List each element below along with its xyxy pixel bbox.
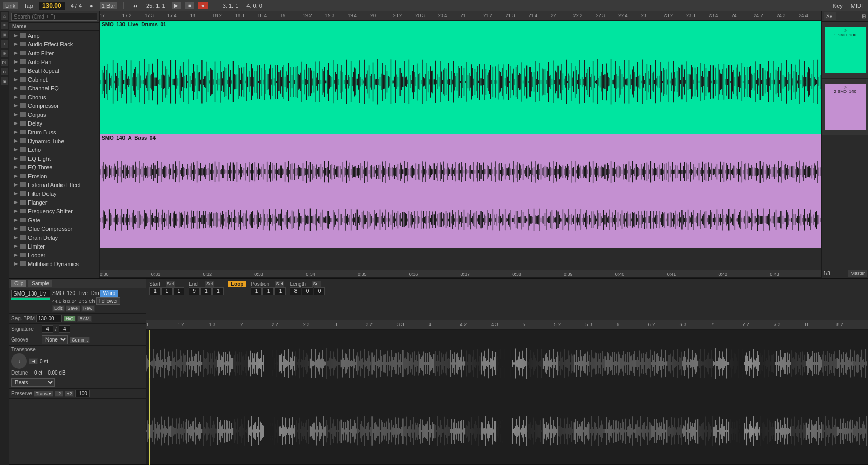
icon-btn-5[interactable]: ⊙ bbox=[1, 50, 8, 57]
device-label-14: EQ Eight bbox=[28, 156, 51, 162]
device-item-15[interactable]: ▶ EQ Three bbox=[9, 163, 99, 172]
record-btn[interactable]: ● bbox=[198, 2, 208, 9]
device-item-23[interactable]: ▶ Grain Delay bbox=[9, 233, 99, 242]
start-set-btn[interactable]: Set bbox=[166, 281, 175, 287]
transpose-knob[interactable]: ↕ bbox=[11, 353, 27, 369]
mini-play-2[interactable]: ▷ bbox=[844, 85, 847, 89]
len-input-3[interactable] bbox=[314, 287, 325, 295]
bpm-display[interactable]: 130.00 bbox=[39, 2, 65, 10]
device-item-25[interactable]: ▶ Looper bbox=[9, 251, 99, 259]
end-set-btn[interactable]: Set bbox=[205, 281, 214, 287]
device-item-0[interactable]: ▶ Amp bbox=[9, 31, 99, 40]
pos-input-2[interactable] bbox=[262, 287, 274, 295]
icon-btn-8[interactable]: ▣ bbox=[1, 78, 8, 85]
pitch-minus-btn[interactable]: -2 bbox=[55, 391, 63, 397]
beats-select[interactable]: Beats Complex Complex Pro Repitch Textur… bbox=[11, 378, 55, 387]
link-btn[interactable]: Link bbox=[3, 2, 18, 9]
device-item-6[interactable]: ▶ Channel EQ bbox=[9, 84, 99, 92]
device-item-7[interactable]: ▶ Chorus bbox=[9, 92, 99, 101]
device-item-26[interactable]: ▶ Multiband Dynamics bbox=[9, 259, 99, 268]
rev-btn[interactable]: Rev. bbox=[81, 305, 95, 312]
device-item-8[interactable]: ▶ Compressor bbox=[9, 101, 99, 110]
edit-btn[interactable]: Edit bbox=[52, 305, 65, 312]
sig-den-input[interactable] bbox=[59, 325, 70, 333]
clip-name-input[interactable] bbox=[11, 290, 50, 298]
clip-tab-btn[interactable]: Clip bbox=[11, 280, 26, 287]
clip-green-1[interactable]: SMO_130_Live_Drums_01 bbox=[100, 21, 822, 134]
loop-btn[interactable]: Loop bbox=[228, 281, 246, 287]
start-input-2[interactable] bbox=[161, 287, 173, 295]
position-set-btn[interactable]: Set bbox=[275, 281, 284, 287]
pos-input-1[interactable] bbox=[251, 287, 262, 295]
device-item-11[interactable]: ▶ Drum Buss bbox=[9, 128, 99, 136]
expand-icon[interactable]: ⊞ bbox=[862, 13, 866, 19]
device-item-18[interactable]: ▶ Filter Delay bbox=[9, 189, 99, 198]
pos-input-3[interactable] bbox=[274, 287, 286, 295]
device-item-9[interactable]: ▶ Corpus bbox=[9, 110, 99, 119]
icon-btn-2[interactable]: ≡ bbox=[1, 22, 8, 29]
end-input-3[interactable] bbox=[212, 287, 224, 295]
trans-btn[interactable]: Trans ▾ bbox=[34, 391, 53, 397]
search-input[interactable] bbox=[11, 13, 97, 21]
icon-btn-4[interactable]: ♪ bbox=[1, 40, 8, 48]
len-input-1[interactable] bbox=[290, 287, 301, 295]
save-btn[interactable]: Save bbox=[66, 305, 81, 312]
device-item-3[interactable]: ▶ Auto Pan bbox=[9, 57, 99, 66]
stop-btn[interactable]: ■ bbox=[185, 2, 194, 9]
key-label[interactable]: Key bbox=[831, 2, 845, 9]
gain-val: 0.00 dB bbox=[48, 370, 65, 376]
device-item-16[interactable]: ▶ Erosion bbox=[9, 172, 99, 180]
rewind-icon[interactable]: ⏮ bbox=[130, 2, 140, 9]
hiq-btn[interactable]: HiQ bbox=[64, 316, 76, 322]
sig-num-input[interactable] bbox=[42, 325, 53, 333]
icon-btn-1[interactable]: ⌂ bbox=[1, 12, 8, 20]
transpose-minus-btn[interactable]: ◄ bbox=[29, 358, 38, 364]
seg-bpm-input[interactable] bbox=[36, 315, 62, 322]
device-item-4[interactable]: ▶ Beat Repeat bbox=[9, 66, 99, 75]
groove-select[interactable]: None bbox=[42, 335, 68, 344]
tracks-area[interactable]: SMO_130_Live_Drums_01 bbox=[100, 21, 822, 270]
device-item-12[interactable]: ▶ Dynamic Tube bbox=[9, 136, 99, 145]
play-btn[interactable]: ▶ bbox=[172, 2, 181, 9]
commit-btn[interactable]: Commit bbox=[70, 337, 90, 343]
set-btn[interactable]: Set bbox=[824, 12, 836, 20]
mini-clip-1[interactable]: ▷ 1 SMO_130 bbox=[825, 27, 866, 73]
device-item-14[interactable]: ▶ EQ Eight bbox=[9, 154, 99, 163]
clip-purple-1[interactable]: SMO_140_A_Bass_04 bbox=[100, 134, 822, 248]
end-input-1[interactable] bbox=[189, 287, 200, 295]
midi-label[interactable]: MIDI bbox=[849, 2, 865, 9]
device-item-1[interactable]: ▶ Audio Effect Rack bbox=[9, 40, 99, 49]
warp-toggle-btn[interactable]: Warp bbox=[100, 290, 119, 297]
device-item-22[interactable]: ▶ Glue Compressor bbox=[9, 224, 99, 233]
device-item-20[interactable]: ▶ Frequency Shifter bbox=[9, 207, 99, 215]
bottom-wave-area[interactable] bbox=[146, 330, 868, 465]
device-item-19[interactable]: ▶ Flanger bbox=[9, 198, 99, 207]
sample-tab-btn[interactable]: Sample bbox=[28, 280, 52, 287]
follower-btn[interactable]: Follower bbox=[96, 297, 121, 305]
start-input-3[interactable] bbox=[173, 287, 184, 295]
master-btn[interactable]: Master bbox=[848, 270, 867, 277]
device-item-17[interactable]: ▶ External Audio Effect bbox=[9, 180, 99, 189]
tap-btn[interactable]: Tap bbox=[22, 2, 35, 9]
end-input-2[interactable] bbox=[200, 287, 212, 295]
wave-ruler-mark-3: 2 bbox=[240, 322, 243, 327]
length-set-btn[interactable]: Set bbox=[312, 281, 321, 287]
icon-btn-7[interactable]: C bbox=[1, 68, 8, 75]
icon-btn-3[interactable]: ⊞ bbox=[1, 31, 8, 38]
device-item-10[interactable]: ▶ Delay bbox=[9, 119, 99, 128]
clip-color-bar[interactable] bbox=[11, 298, 50, 300]
mini-play-1[interactable]: ▷ bbox=[844, 28, 847, 33]
len-input-2[interactable] bbox=[302, 287, 313, 295]
mini-clip-2[interactable]: ▷ 2 SMO_140 bbox=[825, 84, 866, 130]
device-item-2[interactable]: ▶ Auto Filter bbox=[9, 49, 99, 57]
device-item-5[interactable]: ▶ Cabinet bbox=[9, 75, 99, 84]
pct-input[interactable] bbox=[75, 390, 90, 397]
device-item-13[interactable]: ▶ Echo bbox=[9, 145, 99, 154]
pitch-plus-btn[interactable]: +2 bbox=[65, 391, 74, 397]
bar-setting[interactable]: 1 Bar bbox=[100, 2, 117, 9]
device-item-21[interactable]: ▶ Gate bbox=[9, 215, 99, 224]
start-input-1[interactable] bbox=[149, 287, 161, 295]
ram-btn[interactable]: RAM bbox=[78, 316, 92, 322]
device-item-24[interactable]: ▶ Limiter bbox=[9, 242, 99, 251]
icon-btn-6[interactable]: PL bbox=[1, 59, 8, 66]
